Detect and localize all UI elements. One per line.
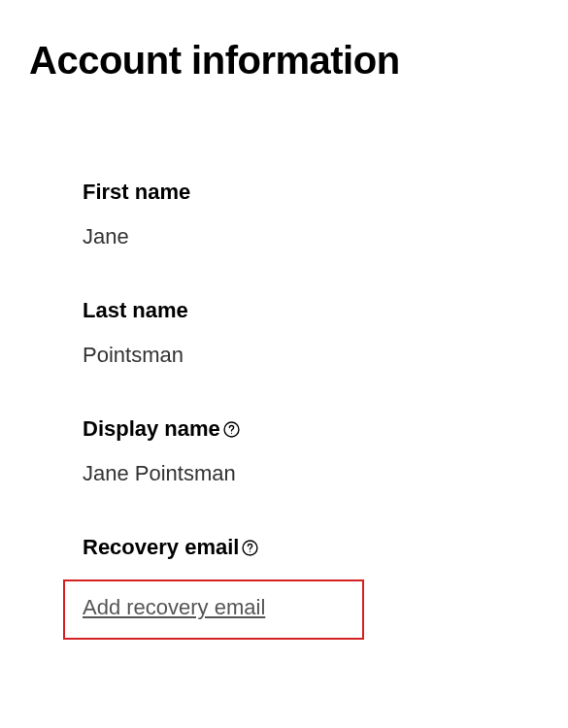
help-icon[interactable] xyxy=(242,540,258,556)
first-name-field: First name Jane xyxy=(83,180,539,249)
last-name-field: Last name Pointsman xyxy=(83,298,539,368)
svg-point-3 xyxy=(250,550,251,551)
last-name-value: Pointsman xyxy=(83,343,539,368)
recovery-email-label-text: Recovery email xyxy=(83,535,239,560)
account-fields: First name Jane Last name Pointsman Disp… xyxy=(29,180,539,640)
svg-point-1 xyxy=(231,432,232,433)
page-title: Account information xyxy=(29,39,539,83)
recovery-email-field: Recovery email Add recovery email xyxy=(83,535,539,640)
display-name-field: Display name Jane Pointsman xyxy=(83,416,539,486)
help-icon[interactable] xyxy=(223,421,240,438)
highlight-box: Add recovery email xyxy=(63,579,364,640)
recovery-email-label: Recovery email xyxy=(83,535,539,560)
add-recovery-email-link[interactable]: Add recovery email xyxy=(83,595,265,620)
last-name-label: Last name xyxy=(83,298,539,323)
first-name-label: First name xyxy=(83,180,539,205)
display-name-label: Display name xyxy=(83,416,539,442)
display-name-value: Jane Pointsman xyxy=(83,461,539,486)
display-name-label-text: Display name xyxy=(83,416,220,442)
first-name-value: Jane xyxy=(83,224,539,249)
